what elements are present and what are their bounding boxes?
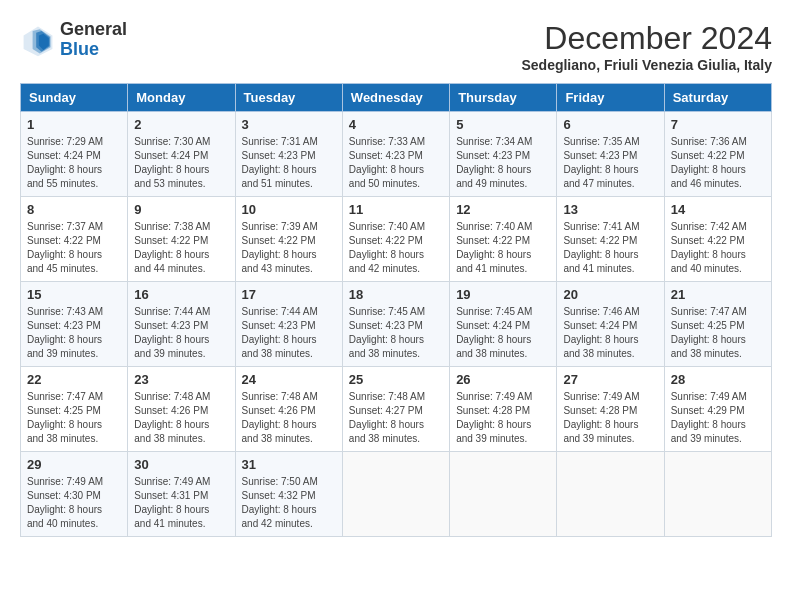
calendar-day-cell [342,452,449,537]
calendar-day-cell: 19Sunrise: 7:45 AMSunset: 4:24 PMDayligh… [450,282,557,367]
calendar-day-cell: 11Sunrise: 7:40 AMSunset: 4:22 PMDayligh… [342,197,449,282]
page-header: GeneralBlue December 2024 Sedegliano, Fr… [20,20,772,73]
day-number: 1 [27,117,121,132]
day-number: 7 [671,117,765,132]
day-number: 15 [27,287,121,302]
calendar-day-cell: 27Sunrise: 7:49 AMSunset: 4:28 PMDayligh… [557,367,664,452]
day-info: Sunrise: 7:49 AMSunset: 4:28 PMDaylight:… [563,390,657,446]
day-number: 6 [563,117,657,132]
day-number: 3 [242,117,336,132]
calendar-day-cell: 22Sunrise: 7:47 AMSunset: 4:25 PMDayligh… [21,367,128,452]
day-number: 10 [242,202,336,217]
day-info: Sunrise: 7:29 AMSunset: 4:24 PMDaylight:… [27,135,121,191]
calendar-day-cell: 23Sunrise: 7:48 AMSunset: 4:26 PMDayligh… [128,367,235,452]
location-title: Sedegliano, Friuli Venezia Giulia, Italy [521,57,772,73]
day-info: Sunrise: 7:30 AMSunset: 4:24 PMDaylight:… [134,135,228,191]
day-info: Sunrise: 7:37 AMSunset: 4:22 PMDaylight:… [27,220,121,276]
day-number: 16 [134,287,228,302]
calendar-day-cell: 26Sunrise: 7:49 AMSunset: 4:28 PMDayligh… [450,367,557,452]
calendar-day-cell: 15Sunrise: 7:43 AMSunset: 4:23 PMDayligh… [21,282,128,367]
day-info: Sunrise: 7:45 AMSunset: 4:24 PMDaylight:… [456,305,550,361]
calendar-day-cell: 31Sunrise: 7:50 AMSunset: 4:32 PMDayligh… [235,452,342,537]
day-number: 9 [134,202,228,217]
calendar-day-cell: 18Sunrise: 7:45 AMSunset: 4:23 PMDayligh… [342,282,449,367]
calendar-day-cell: 7Sunrise: 7:36 AMSunset: 4:22 PMDaylight… [664,112,771,197]
day-number: 12 [456,202,550,217]
logo-text: GeneralBlue [60,20,127,60]
day-number: 8 [27,202,121,217]
month-title: December 2024 [521,20,772,57]
weekday-header-wednesday: Wednesday [342,84,449,112]
calendar-day-cell [664,452,771,537]
day-info: Sunrise: 7:44 AMSunset: 4:23 PMDaylight:… [134,305,228,361]
day-number: 14 [671,202,765,217]
day-number: 25 [349,372,443,387]
day-info: Sunrise: 7:47 AMSunset: 4:25 PMDaylight:… [27,390,121,446]
day-number: 11 [349,202,443,217]
day-number: 5 [456,117,550,132]
day-number: 29 [27,457,121,472]
day-info: Sunrise: 7:41 AMSunset: 4:22 PMDaylight:… [563,220,657,276]
day-info: Sunrise: 7:49 AMSunset: 4:30 PMDaylight:… [27,475,121,531]
weekday-header-tuesday: Tuesday [235,84,342,112]
calendar-day-cell: 4Sunrise: 7:33 AMSunset: 4:23 PMDaylight… [342,112,449,197]
calendar-week-row: 1Sunrise: 7:29 AMSunset: 4:24 PMDaylight… [21,112,772,197]
day-info: Sunrise: 7:48 AMSunset: 4:26 PMDaylight:… [242,390,336,446]
calendar-day-cell [557,452,664,537]
calendar-day-cell: 8Sunrise: 7:37 AMSunset: 4:22 PMDaylight… [21,197,128,282]
calendar-day-cell: 17Sunrise: 7:44 AMSunset: 4:23 PMDayligh… [235,282,342,367]
weekday-header-friday: Friday [557,84,664,112]
day-info: Sunrise: 7:33 AMSunset: 4:23 PMDaylight:… [349,135,443,191]
day-number: 24 [242,372,336,387]
weekday-header-saturday: Saturday [664,84,771,112]
calendar-day-cell: 30Sunrise: 7:49 AMSunset: 4:31 PMDayligh… [128,452,235,537]
weekday-header-sunday: Sunday [21,84,128,112]
day-number: 13 [563,202,657,217]
day-info: Sunrise: 7:48 AMSunset: 4:26 PMDaylight:… [134,390,228,446]
day-info: Sunrise: 7:38 AMSunset: 4:22 PMDaylight:… [134,220,228,276]
day-info: Sunrise: 7:35 AMSunset: 4:23 PMDaylight:… [563,135,657,191]
calendar-day-cell: 24Sunrise: 7:48 AMSunset: 4:26 PMDayligh… [235,367,342,452]
day-number: 19 [456,287,550,302]
day-info: Sunrise: 7:36 AMSunset: 4:22 PMDaylight:… [671,135,765,191]
calendar-day-cell [450,452,557,537]
day-info: Sunrise: 7:50 AMSunset: 4:32 PMDaylight:… [242,475,336,531]
day-info: Sunrise: 7:42 AMSunset: 4:22 PMDaylight:… [671,220,765,276]
day-info: Sunrise: 7:44 AMSunset: 4:23 PMDaylight:… [242,305,336,361]
day-number: 4 [349,117,443,132]
day-number: 20 [563,287,657,302]
day-number: 30 [134,457,228,472]
calendar-day-cell: 29Sunrise: 7:49 AMSunset: 4:30 PMDayligh… [21,452,128,537]
weekday-header-monday: Monday [128,84,235,112]
day-info: Sunrise: 7:49 AMSunset: 4:28 PMDaylight:… [456,390,550,446]
day-number: 18 [349,287,443,302]
day-number: 21 [671,287,765,302]
calendar-day-cell: 21Sunrise: 7:47 AMSunset: 4:25 PMDayligh… [664,282,771,367]
day-number: 23 [134,372,228,387]
calendar-day-cell: 20Sunrise: 7:46 AMSunset: 4:24 PMDayligh… [557,282,664,367]
calendar-day-cell: 1Sunrise: 7:29 AMSunset: 4:24 PMDaylight… [21,112,128,197]
day-info: Sunrise: 7:43 AMSunset: 4:23 PMDaylight:… [27,305,121,361]
calendar-day-cell: 6Sunrise: 7:35 AMSunset: 4:23 PMDaylight… [557,112,664,197]
calendar-day-cell: 9Sunrise: 7:38 AMSunset: 4:22 PMDaylight… [128,197,235,282]
day-number: 2 [134,117,228,132]
calendar-day-cell: 2Sunrise: 7:30 AMSunset: 4:24 PMDaylight… [128,112,235,197]
day-info: Sunrise: 7:40 AMSunset: 4:22 PMDaylight:… [456,220,550,276]
logo-icon [20,22,56,58]
day-info: Sunrise: 7:49 AMSunset: 4:31 PMDaylight:… [134,475,228,531]
calendar-day-cell: 3Sunrise: 7:31 AMSunset: 4:23 PMDaylight… [235,112,342,197]
calendar-day-cell: 13Sunrise: 7:41 AMSunset: 4:22 PMDayligh… [557,197,664,282]
calendar-week-row: 15Sunrise: 7:43 AMSunset: 4:23 PMDayligh… [21,282,772,367]
calendar-day-cell: 12Sunrise: 7:40 AMSunset: 4:22 PMDayligh… [450,197,557,282]
day-info: Sunrise: 7:31 AMSunset: 4:23 PMDaylight:… [242,135,336,191]
day-number: 31 [242,457,336,472]
logo: GeneralBlue [20,20,127,60]
day-info: Sunrise: 7:48 AMSunset: 4:27 PMDaylight:… [349,390,443,446]
calendar-day-cell: 10Sunrise: 7:39 AMSunset: 4:22 PMDayligh… [235,197,342,282]
calendar-table: SundayMondayTuesdayWednesdayThursdayFrid… [20,83,772,537]
day-info: Sunrise: 7:39 AMSunset: 4:22 PMDaylight:… [242,220,336,276]
day-number: 17 [242,287,336,302]
day-number: 22 [27,372,121,387]
calendar-day-cell: 25Sunrise: 7:48 AMSunset: 4:27 PMDayligh… [342,367,449,452]
day-info: Sunrise: 7:34 AMSunset: 4:23 PMDaylight:… [456,135,550,191]
